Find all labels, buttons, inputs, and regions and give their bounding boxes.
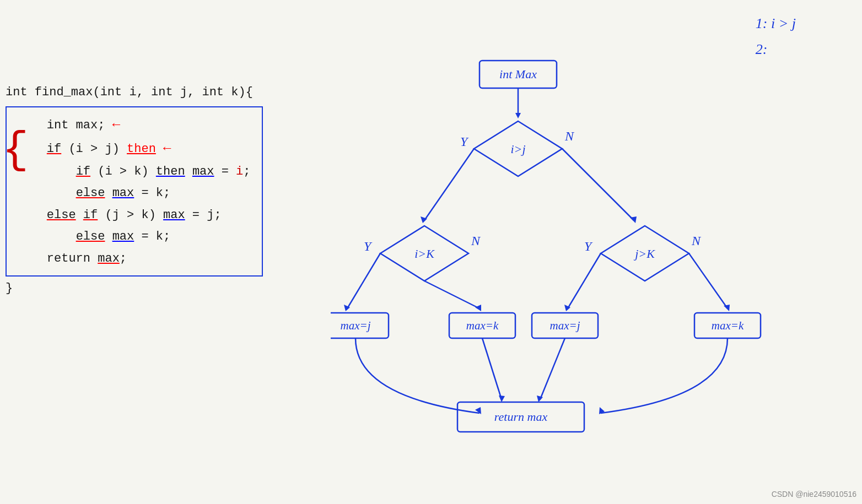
svg-text:return  max: return max [494,410,548,424]
code-box: { int max; ← if (i > j) then ← if (i > k… [6,106,263,276]
flowchart-svg: int Max i>j Y N i>K Y N j>K [331,55,783,474]
svg-text:N: N [471,234,481,248]
svg-line-24 [568,253,601,308]
left-brace: { [2,128,29,172]
code-line-5: else if (j > k) max = j; [18,204,251,226]
flowchart: int Max i>j Y N i>K Y N j>K [331,55,783,476]
svg-text:Y: Y [584,239,593,253]
svg-marker-38 [499,395,505,402]
code-line-3: if (i > k) then max = i; [18,161,251,183]
code-line-6: else max = k; [18,226,251,248]
svg-line-39 [540,338,565,399]
svg-line-22 [424,281,480,308]
svg-line-37 [482,338,502,399]
code-line-4: else max = k; [18,182,251,204]
svg-line-26 [689,253,728,308]
closing-brace: } [6,279,263,298]
svg-text:max=k: max=k [466,319,499,332]
note-line-1: 1: i > j [756,11,796,37]
watermark: CSDN @nie2459010516 [772,490,856,498]
code-line-7: return max; [18,248,251,270]
svg-line-20 [347,253,380,308]
svg-line-10 [562,149,634,220]
svg-text:i>K: i>K [414,247,435,261]
svg-marker-3 [515,113,521,118]
svg-text:N: N [564,129,575,143]
svg-text:Y: Y [460,134,469,149]
svg-text:j>K: j>K [633,247,655,261]
svg-text:int Max: int Max [499,67,537,81]
code-area: int find_max(int i, int j, int k){ { int… [6,83,263,298]
svg-text:max=k: max=k [712,319,744,332]
svg-marker-27 [724,305,730,311]
function-signature: int find_max(int i, int j, int k){ [6,83,263,102]
svg-text:Y: Y [364,239,373,253]
svg-text:N: N [691,234,702,248]
svg-text:i>j: i>j [510,142,525,156]
code-line-1: int max; ← [18,113,251,137]
svg-marker-11 [630,216,637,223]
svg-text:max=j: max=j [550,319,580,332]
code-line-2: if (i > j) then ← [18,137,251,160]
svg-text:max=j: max=j [341,319,371,332]
svg-line-8 [424,149,474,220]
svg-marker-23 [475,305,481,311]
